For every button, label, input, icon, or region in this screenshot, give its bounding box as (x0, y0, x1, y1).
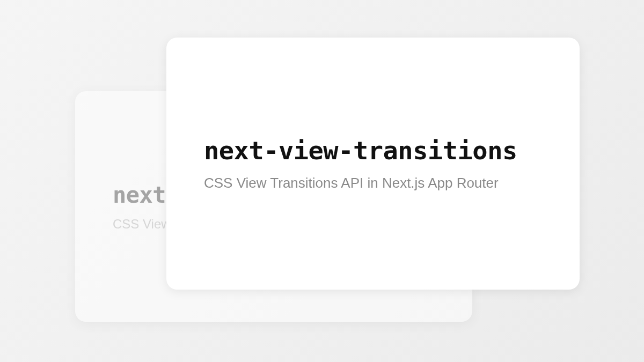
foreground-card-title: next-view-transitions (204, 136, 580, 165)
foreground-card-subtitle: CSS View Transitions API in Next.js App … (204, 175, 580, 191)
foreground-card: next-view-transitions CSS View Transitio… (166, 38, 580, 290)
